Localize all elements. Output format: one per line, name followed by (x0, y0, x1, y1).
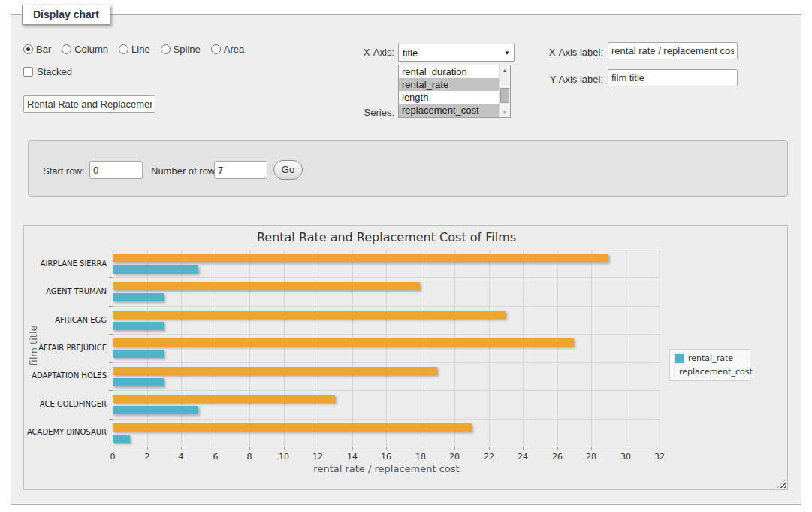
series-scrollbar[interactable]: ▲ ▼ (499, 65, 510, 117)
stacked-checkbox[interactable] (23, 67, 33, 77)
x-axis-label-input[interactable] (608, 42, 738, 59)
x-axis-tick (216, 447, 216, 450)
x-axis-tick (660, 447, 660, 450)
category-label: ACADEMY DINOSAUR (24, 428, 107, 436)
x-tick-label: 30 (614, 452, 637, 462)
replacement_cost-bar[interactable] (113, 367, 437, 375)
x-axis-tick (352, 447, 353, 450)
replacement_cost-bar[interactable] (113, 423, 472, 432)
stacked-checkbox-row[interactable]: Stacked (23, 66, 72, 77)
row-range-panel: Start row: Number of rows: Go (28, 140, 788, 197)
resize-handle-icon[interactable] (777, 480, 786, 488)
page: Display chart Bar Column Line Spline Are… (0, 0, 812, 512)
chart-title-input[interactable] (23, 95, 155, 113)
x-axis-select[interactable]: title ▼ (398, 44, 515, 62)
gridline (284, 250, 285, 447)
gridline (113, 277, 660, 278)
gridline (113, 250, 660, 250)
replacement_cost-bar[interactable] (113, 311, 506, 319)
chart-panel: Rental Rate and Replacement Cost of Film… (23, 225, 788, 490)
series-multiselect[interactable]: rental_duration rental_rate length repla… (398, 65, 511, 118)
rental_rate-bar[interactable] (113, 350, 164, 358)
gridline (386, 250, 387, 447)
gridline (557, 250, 558, 447)
rental_rate-bar[interactable] (113, 435, 130, 443)
number-of-rows-input[interactable] (214, 161, 267, 179)
x-axis-tick (147, 447, 148, 450)
stacked-label: Stacked (37, 66, 72, 77)
radio-bar-icon[interactable] (23, 44, 33, 54)
y-axis-tick (109, 277, 113, 278)
y-axis-label-caption: Y-Axis label: (528, 74, 603, 85)
category-label: AIRPLANE SIERRA (24, 259, 107, 268)
start-row-input[interactable] (89, 161, 143, 179)
gridline (626, 250, 626, 447)
scroll-up-icon[interactable]: ▲ (500, 65, 510, 75)
legend-swatch-rental-rate (675, 354, 684, 363)
radio-area[interactable]: Area (211, 44, 244, 55)
x-axis-tick (489, 447, 490, 450)
series-option-rental-duration[interactable]: rental_duration (399, 65, 499, 78)
category-label: AGENT TRUMAN (24, 287, 107, 295)
rental_rate-bar[interactable] (113, 265, 198, 274)
gridline (660, 250, 660, 447)
radio-bar-label: Bar (36, 44, 51, 55)
series-option-rental-rate[interactable]: rental_rate (399, 78, 499, 91)
x-axis-selected-value: title (399, 47, 500, 59)
rental_rate-bar[interactable] (113, 406, 198, 414)
radio-column-label: Column (74, 44, 108, 55)
radio-spline-icon[interactable] (161, 44, 171, 54)
x-tick-label: 26 (546, 452, 569, 462)
x-tick-label: 24 (512, 452, 534, 462)
series-option-length[interactable]: length (399, 91, 499, 104)
gridline (147, 250, 148, 447)
radio-area-icon[interactable] (211, 44, 221, 54)
replacement_cost-bar[interactable] (113, 282, 420, 290)
radio-spline[interactable]: Spline (161, 44, 201, 55)
x-axis-tick (284, 447, 285, 450)
x-axis-tick (181, 447, 182, 450)
rental_rate-bar[interactable] (113, 322, 164, 330)
y-axis-tick (109, 362, 113, 363)
radio-bar[interactable]: Bar (23, 44, 51, 55)
y-axis-tick (109, 334, 113, 335)
radio-column[interactable]: Column (62, 44, 108, 55)
x-axis-tick (626, 447, 626, 450)
x-axis-tick (113, 447, 113, 450)
dropdown-arrow-icon[interactable]: ▼ (500, 50, 514, 56)
radio-line-label: Line (131, 44, 150, 55)
radio-line-icon[interactable] (119, 44, 128, 54)
series-option-replacement-cost[interactable]: replacement_cost (399, 104, 499, 117)
gridline (249, 250, 250, 447)
y-axis-label-input[interactable] (608, 69, 738, 86)
x-tick-label: 8 (238, 452, 261, 462)
radio-area-label: Area (224, 44, 244, 55)
x-axis-tick (454, 447, 455, 450)
gridline (489, 250, 490, 447)
y-axis-tick (109, 447, 113, 447)
scrollbar-thumb[interactable] (500, 88, 509, 103)
x-tick-label: 20 (443, 452, 466, 462)
chart-legend: rental_rate replacement_cost (669, 349, 750, 381)
legend-item-rental-rate[interactable]: rental_rate (675, 353, 745, 363)
rental_rate-bar[interactable] (113, 378, 164, 386)
legend-item-replacement-cost[interactable]: replacement_cost (675, 367, 745, 377)
replacement_cost-bar[interactable] (113, 395, 335, 403)
y-axis-tick (109, 419, 113, 420)
scroll-down-icon[interactable]: ▼ (500, 108, 510, 117)
gridline (591, 250, 592, 447)
gridline (352, 250, 353, 447)
radio-column-icon[interactable] (62, 44, 71, 54)
replacement_cost-bar[interactable] (113, 254, 608, 262)
category-label: AFRICAN EGG (24, 316, 107, 324)
replacement_cost-bar[interactable] (113, 338, 574, 347)
y-axis-tick (109, 306, 113, 307)
x-axis-tick (557, 447, 558, 450)
rental_rate-bar[interactable] (113, 293, 164, 301)
radio-line[interactable]: Line (119, 44, 150, 55)
gridline (113, 306, 660, 307)
go-button[interactable]: Go (273, 160, 303, 180)
x-tick-label: 28 (580, 452, 602, 462)
x-axis-tick (421, 447, 421, 450)
chart-title: Rental Rate and Replacement Cost of Film… (113, 230, 660, 244)
